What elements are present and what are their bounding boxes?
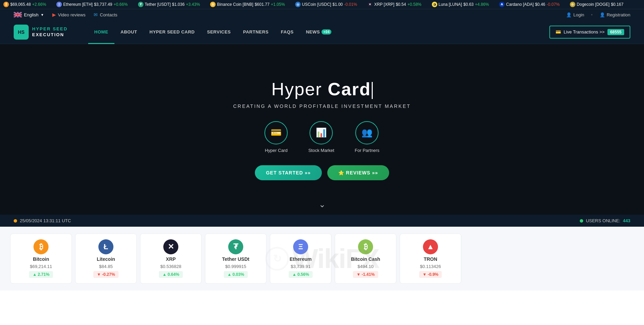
xrp-name: XRP [XRP] bbox=[374, 2, 394, 7]
top-bar-right: 👤 Login • 👤 Registration bbox=[566, 12, 630, 17]
reviews-button[interactable]: ⭐ REVIEWS »» bbox=[327, 165, 389, 180]
status-users-online: USERS ONLINE: 443 bbox=[580, 218, 630, 223]
site-logo[interactable]: HS HYPER SEED EXECUTION bbox=[14, 25, 68, 40]
bnb-name: Binance Coin [BNB] bbox=[217, 2, 253, 7]
news-badge: +04 bbox=[321, 29, 331, 34]
coin-card-usdt[interactable]: ₮ Tether USDt $0.999915 ▲ 0.03% bbox=[205, 234, 266, 284]
logo-text: HYPER SEED EXECUTION bbox=[32, 26, 68, 38]
usdt-icon: ₮ bbox=[138, 2, 143, 7]
usdt-change: +3.43% bbox=[186, 2, 200, 7]
status-bar: 25/05/2024 13:31:11 UTC USERS ONLINE: 44… bbox=[0, 215, 644, 227]
navbar: HS HYPER SEED EXECUTION HOME ABOUT HYPER… bbox=[0, 20, 644, 44]
users-online-label: USERS ONLINE: bbox=[586, 218, 620, 223]
usdc-icon: ◎ bbox=[295, 2, 301, 7]
chevron-down-icon: ▼ bbox=[41, 13, 44, 17]
usdt-price: $1.036 bbox=[172, 2, 185, 7]
contacts-label: Contacts bbox=[100, 12, 117, 17]
nav-hyper-seed-card[interactable]: HYPER SEED CARD bbox=[143, 20, 201, 44]
datetime-label: 25/05/2024 13:31:11 UTC bbox=[20, 218, 71, 223]
hero-icon-partners[interactable]: 👥 For Partners bbox=[355, 121, 379, 153]
hyper-card-icon-label: Hyper Card bbox=[265, 148, 287, 153]
ticker-doge: Ð Dogecoin [DOGE] $0.167 bbox=[570, 2, 624, 7]
bitcoin-name: Bitcoin bbox=[33, 256, 49, 262]
contacts-link[interactable]: ✉ Contacts bbox=[94, 12, 117, 17]
hero-buttons: GET STARTED »» ⭐ REVIEWS »» bbox=[233, 165, 411, 180]
tether-change: ▲ 0.03% bbox=[224, 271, 247, 278]
bitcoin-price: $69,214.11 bbox=[30, 264, 52, 269]
luna-icon: ◑ bbox=[432, 2, 437, 7]
coin-card-litecoin[interactable]: Ł Litecoin $84.85 ▼ -0.27% bbox=[75, 234, 137, 284]
litecoin-change: ▼ -0.27% bbox=[93, 271, 118, 278]
nav-news[interactable]: NEWS +04 bbox=[300, 20, 337, 44]
cursor-blink bbox=[372, 82, 373, 99]
ethereum-price: $3,739.91 bbox=[291, 264, 311, 269]
coin-card-eth[interactable]: Ξ Ethereum $3,739.91 ▲ 0.56% bbox=[270, 234, 331, 284]
nav-faqs[interactable]: FAQS bbox=[275, 20, 300, 44]
stock-market-icon-label: Stock Market bbox=[308, 148, 334, 153]
bnb-change: +1.05% bbox=[271, 2, 285, 7]
luna-change: +4.86% bbox=[475, 2, 489, 7]
luna-price: $0.63 bbox=[463, 2, 474, 7]
xrp-change: +0.58% bbox=[407, 2, 421, 7]
hero-content: Hyper Card CREATING A WORLD PROFITABLE I… bbox=[233, 79, 411, 180]
tether-name: Tether USDt bbox=[222, 256, 249, 262]
coin-card-xrp[interactable]: ✕ XRP $0.536828 ▲ 0.64% bbox=[140, 234, 202, 284]
nav-partners[interactable]: PARTNERS bbox=[237, 20, 275, 44]
scroll-down-chevron[interactable]: ⌄ bbox=[319, 200, 326, 209]
hero-icon-stock-market[interactable]: 📊 Stock Market bbox=[308, 121, 334, 153]
ticker-luna: ◑ Luna [LUNA] $0.63 +4.86% bbox=[432, 2, 489, 7]
ticker-ada: ₳ Cardano [ADA] $0.46 -0.07% bbox=[499, 2, 560, 7]
bch-logo-icon: ₿ bbox=[358, 239, 373, 254]
hero-feature-icons: 💳 Hyper Card 📊 Stock Market 👥 For Partne… bbox=[233, 121, 411, 153]
nav-about[interactable]: ABOUT bbox=[114, 20, 143, 44]
register-icon: 👤 bbox=[600, 12, 605, 17]
coin-card-bch[interactable]: ₿ Bitcoin Cash $494.10 ▼ -1.41% bbox=[335, 234, 396, 284]
live-transactions-button[interactable]: 💳 Live Transactions >> 68555 bbox=[549, 26, 630, 39]
ada-name: Cardano [ADA] bbox=[506, 2, 534, 7]
registration-link[interactable]: 👤 Registration bbox=[600, 12, 630, 17]
video-reviews-label: Video reviews bbox=[58, 12, 86, 17]
litecoin-logo-icon: Ł bbox=[98, 239, 113, 254]
coin-card-tron[interactable]: ▲ TRON $0.113426 ▼ -0.9% bbox=[400, 234, 461, 284]
top-bar-left: English ▼ ▶ Video reviews ✉ Contacts bbox=[14, 12, 556, 17]
language-selector[interactable]: English ▼ bbox=[14, 12, 44, 17]
ticker-eth: Ξ Ethereum [ETH] $3,737.49 +0.66% bbox=[56, 2, 127, 7]
xrp-change: ▲ 0.64% bbox=[159, 271, 182, 278]
xrp-logo-icon: ✕ bbox=[163, 239, 178, 254]
status-datetime: 25/05/2024 13:31:11 UTC bbox=[14, 218, 71, 223]
tether-price: $0.999915 bbox=[225, 264, 246, 269]
login-link[interactable]: 👤 Login bbox=[566, 12, 584, 17]
transaction-icon: 💳 bbox=[556, 29, 561, 34]
get-started-button[interactable]: GET STARTED »» bbox=[255, 165, 321, 180]
eth-price: $3,737.49 bbox=[94, 2, 112, 7]
bch-price: $494.10 bbox=[358, 264, 374, 269]
bch-name: Bitcoin Cash bbox=[351, 256, 380, 262]
usdt-logo-icon: ₮ bbox=[228, 239, 243, 254]
contacts-icon: ✉ bbox=[94, 12, 98, 17]
hero-icon-hyper-card[interactable]: 💳 Hyper Card bbox=[264, 121, 288, 153]
btc-price: $69,065.48 bbox=[10, 2, 31, 7]
eth-logo-icon: Ξ bbox=[293, 239, 308, 254]
hyper-card-icon-circle: 💳 bbox=[264, 121, 288, 144]
login-label: Login bbox=[573, 12, 584, 17]
coin-card-bitcoin[interactable]: ₿ Bitcoin $69,214.11 ▲ 2.71% bbox=[10, 234, 72, 284]
ticker-bar: ₿ $69,065.48 +2.66% Ξ Ethereum [ETH] $3,… bbox=[0, 0, 644, 9]
usdc-price: $1.00 bbox=[332, 2, 343, 7]
datetime-dot-icon bbox=[14, 219, 17, 223]
doge-price: $0.167 bbox=[611, 2, 624, 7]
nav-home[interactable]: HOME bbox=[88, 20, 114, 44]
ada-price: $0.46 bbox=[535, 2, 545, 7]
tron-name: TRON bbox=[424, 256, 437, 262]
doge-icon: Ð bbox=[570, 2, 575, 7]
nav-services[interactable]: SERVICES bbox=[201, 20, 237, 44]
live-transactions-count: 68555 bbox=[607, 29, 624, 35]
usdc-change: -0.01% bbox=[344, 2, 357, 7]
xrp-name: XRP bbox=[166, 256, 176, 262]
bnb-icon: B bbox=[210, 2, 216, 7]
litecoin-name: Litecoin bbox=[97, 256, 115, 262]
btc-change: +2.66% bbox=[32, 2, 46, 7]
video-reviews-link[interactable]: ▶ Video reviews bbox=[52, 12, 86, 17]
online-dot-icon bbox=[580, 219, 583, 223]
bch-change: ▼ -1.41% bbox=[353, 271, 378, 278]
hero-title: Hyper Card bbox=[233, 79, 411, 99]
